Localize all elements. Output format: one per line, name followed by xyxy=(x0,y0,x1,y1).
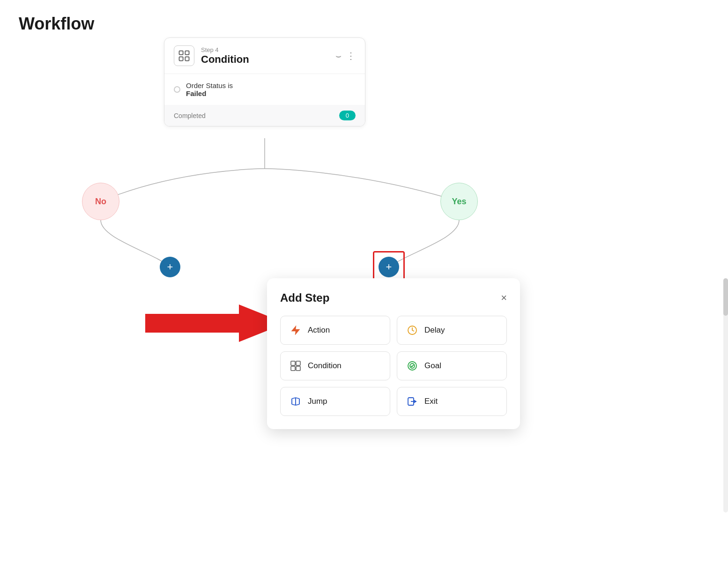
svg-line-18 xyxy=(296,398,299,399)
step-options-grid: Action Delay Condition xyxy=(280,316,507,416)
svg-rect-9 xyxy=(296,361,300,365)
svg-rect-4 xyxy=(185,57,189,60)
step-option-goal[interactable]: Goal xyxy=(397,351,507,380)
scrollbar[interactable] xyxy=(723,278,728,512)
scrollbar-thumb[interactable] xyxy=(723,278,728,316)
action-label: Action xyxy=(308,326,330,335)
svg-rect-10 xyxy=(291,366,295,371)
svg-line-17 xyxy=(292,398,296,399)
card-footer: Completed 0 xyxy=(164,105,365,126)
svg-rect-3 xyxy=(179,57,183,60)
condition-icon xyxy=(289,359,302,372)
svg-rect-8 xyxy=(291,361,295,365)
svg-marker-6 xyxy=(291,326,300,335)
step-option-condition[interactable]: Condition xyxy=(280,351,390,380)
card-body: Order Status is Failed xyxy=(164,74,365,105)
jump-icon xyxy=(289,395,302,408)
exit-icon xyxy=(406,395,419,408)
step-option-exit[interactable]: Exit xyxy=(397,387,507,416)
add-step-panel: Add Step × Action Delay xyxy=(267,278,520,429)
no-branch-circle: No xyxy=(82,183,119,220)
page-title: Workflow xyxy=(19,14,94,34)
close-button[interactable]: × xyxy=(501,293,507,303)
step-option-action[interactable]: Action xyxy=(280,316,390,345)
panel-title: Add Step xyxy=(280,291,329,304)
card-icon xyxy=(174,45,194,66)
condition-label: Condition xyxy=(308,361,342,371)
condition-text: Order Status is Failed xyxy=(186,82,233,97)
exit-label: Exit xyxy=(424,397,438,406)
smile-icon: ⌣ xyxy=(335,51,342,61)
action-icon xyxy=(289,324,302,337)
svg-rect-2 xyxy=(185,51,189,55)
condition-card: Step 4 Condition ⌣ ⋮ Order Status is Fai… xyxy=(164,37,365,126)
condition-dot xyxy=(174,86,180,93)
delay-icon xyxy=(406,324,419,337)
card-step-label: Step 4 xyxy=(201,46,329,53)
completed-badge: 0 xyxy=(339,111,356,120)
delay-label: Delay xyxy=(424,326,445,335)
add-step-button-right[interactable]: + xyxy=(379,257,399,277)
more-icon[interactable]: ⋮ xyxy=(346,50,356,61)
step-option-delay[interactable]: Delay xyxy=(397,316,507,345)
svg-line-19 xyxy=(292,404,296,405)
yes-branch-circle: Yes xyxy=(440,183,478,220)
step-option-jump[interactable]: Jump xyxy=(280,387,390,416)
card-title: Condition xyxy=(201,53,329,66)
card-actions[interactable]: ⌣ ⋮ xyxy=(335,50,356,61)
jump-label: Jump xyxy=(308,397,327,406)
svg-rect-1 xyxy=(179,51,183,55)
goal-icon xyxy=(406,359,419,372)
svg-rect-11 xyxy=(296,366,300,371)
completed-label: Completed xyxy=(174,112,206,119)
add-step-button-left[interactable]: + xyxy=(160,257,180,277)
red-arrow xyxy=(145,304,286,342)
svg-line-20 xyxy=(296,404,299,405)
goal-label: Goal xyxy=(424,361,441,371)
svg-marker-5 xyxy=(145,304,286,342)
